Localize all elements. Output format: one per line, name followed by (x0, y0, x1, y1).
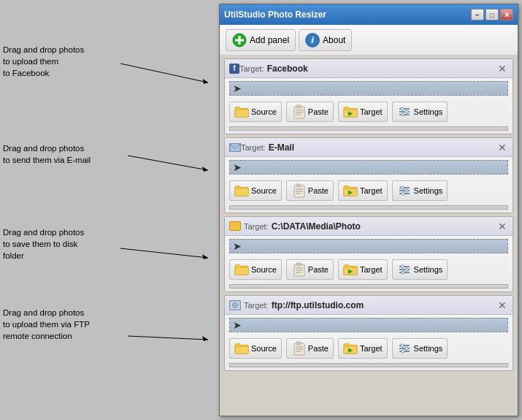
panel-disk-close[interactable]: ✕ (496, 221, 508, 232)
svg-line-0 (120, 64, 208, 83)
main-window: UtilStudio Photo Resizer − □ ✕ Add panel (219, 4, 518, 416)
annotation-email: Drag and drop photosto send them via E-m… (3, 142, 91, 166)
svg-line-4 (120, 248, 208, 258)
svg-line-6 (128, 336, 208, 340)
ftp-settings-label: Settings (414, 344, 443, 353)
facebook-target-button[interactable]: Target (338, 102, 388, 122)
panel-disk-target-label: Target: (244, 222, 269, 231)
disk-source-folder-icon (234, 262, 249, 277)
title-bar-text: UtilStudio Photo Resizer (224, 9, 471, 20)
close-button[interactable]: ✕ (500, 9, 513, 20)
add-panel-label: Add panel (250, 35, 289, 45)
disk-settings-button[interactable]: Settings (392, 259, 448, 280)
panel-disk-drop-area[interactable]: ➤ (229, 239, 508, 253)
ftp-target-folder-icon (343, 341, 358, 356)
email-settings-button[interactable]: Settings (392, 180, 448, 201)
annotation-ftp: Drag and drop photosto upload them via F… (3, 307, 90, 342)
panel-email-header: Target: E-Mail ✕ (225, 138, 513, 157)
ftp-target-label: Target (360, 344, 383, 353)
panels-container: f Target: Facebook ✕ ➤ (220, 56, 518, 416)
panel-ftp-close[interactable]: ✕ (496, 299, 508, 311)
svg-rect-25 (296, 184, 301, 187)
panel-ftp-drop-area[interactable]: ➤ (229, 318, 508, 332)
annotation-lines (0, 4, 223, 416)
disk-target-folder-icon (343, 262, 358, 277)
svg-point-46 (405, 268, 408, 271)
svg-point-61 (401, 344, 404, 347)
facebook-paste-button[interactable]: Paste (286, 102, 334, 122)
ftp-source-folder-icon (234, 341, 249, 356)
email-source-button[interactable]: Source (229, 180, 282, 201)
paste-clipboard-icon (291, 104, 306, 119)
email-settings-label: Settings (414, 186, 443, 195)
svg-point-62 (405, 347, 408, 350)
email-paste-label: Paste (308, 186, 329, 195)
email-target-label: Target (360, 186, 383, 195)
email-source-label: Source (251, 186, 277, 195)
disk-settings-icon (397, 262, 412, 277)
minimize-button[interactable]: − (471, 9, 484, 20)
drop-arrow-4: ➤ (233, 319, 242, 331)
panel-disk-buttons: Source Paste (225, 256, 513, 284)
disk-target-label: Target (360, 265, 383, 274)
email-paste-icon (291, 183, 306, 198)
maximize-button[interactable]: □ (485, 9, 499, 20)
svg-point-20 (401, 107, 404, 110)
svg-rect-10 (235, 39, 244, 41)
panel-email-close[interactable]: ✕ (496, 142, 508, 153)
panel-email-drop-area[interactable]: ➤ (229, 160, 508, 175)
target-folder-icon (343, 104, 358, 119)
ftp-paste-icon (291, 341, 306, 356)
facebook-settings-button[interactable]: Settings (392, 102, 448, 122)
panel-disk: Target: C:\DATA\Media\Photo ✕ ➤ (224, 216, 513, 292)
ftp-paste-button[interactable]: Paste (286, 338, 334, 359)
email-settings-icon (397, 183, 412, 198)
panel-email-buttons: Source Paste (225, 177, 513, 205)
target-label: Target (360, 107, 383, 116)
panel-facebook-drop-area[interactable]: ➤ (229, 81, 508, 96)
disk-source-button[interactable]: Source (229, 259, 282, 280)
panel-ftp-header: Target: ftp://ftp.utilstudio.com ✕ (225, 296, 513, 315)
svg-point-35 (402, 192, 404, 195)
paste-label: Paste (308, 107, 329, 116)
disk-folder-icon (229, 221, 241, 231)
panel-email-progress (229, 205, 508, 210)
annotation-facebook: Drag and drop photosto upload themto Fac… (3, 44, 84, 79)
add-panel-button[interactable]: Add panel (226, 29, 296, 51)
svg-marker-7 (202, 336, 208, 341)
facebook-source-button[interactable]: Source (229, 102, 282, 122)
ftp-icon (229, 300, 241, 310)
svg-point-45 (401, 265, 404, 268)
ftp-source-button[interactable]: Source (229, 338, 282, 359)
panel-email-target-label: Target: (241, 143, 266, 152)
ftp-target-button[interactable]: Target (338, 338, 388, 359)
email-paste-button[interactable]: Paste (286, 180, 334, 201)
disk-source-label: Source (251, 265, 277, 274)
ftp-paste-label: Paste (308, 344, 329, 353)
title-bar: UtilStudio Photo Resizer − □ ✕ (220, 4, 518, 25)
svg-marker-1 (203, 79, 208, 84)
svg-point-21 (405, 110, 408, 113)
panel-facebook-close[interactable]: ✕ (496, 63, 508, 75)
settings-label: Settings (414, 107, 443, 116)
email-target-button[interactable]: Target (338, 180, 388, 201)
panel-disk-header: Target: C:\DATA\Media\Photo ✕ (225, 217, 513, 236)
email-source-folder-icon (234, 183, 249, 198)
source-folder-icon (234, 104, 249, 119)
add-icon (232, 33, 247, 47)
panel-disk-progress (229, 284, 508, 289)
disk-settings-label: Settings (414, 265, 443, 274)
svg-rect-53 (296, 342, 301, 345)
title-bar-buttons: − □ ✕ (471, 9, 513, 20)
panel-facebook-progress (229, 126, 508, 131)
ftp-settings-button[interactable]: Settings (392, 338, 448, 359)
disk-target-button[interactable]: Target (338, 259, 388, 280)
disk-paste-button[interactable]: Paste (286, 259, 334, 280)
panel-facebook-buttons: Source Paste (225, 99, 513, 126)
about-button[interactable]: i About (299, 29, 352, 51)
panel-ftp-progress (229, 363, 508, 367)
drop-arrow: ➤ (233, 83, 242, 94)
panel-facebook-target-name: Facebook (267, 64, 308, 74)
panel-ftp: Target: ftp://ftp.utilstudio.com ✕ ➤ (224, 295, 513, 371)
svg-rect-12 (296, 105, 301, 108)
